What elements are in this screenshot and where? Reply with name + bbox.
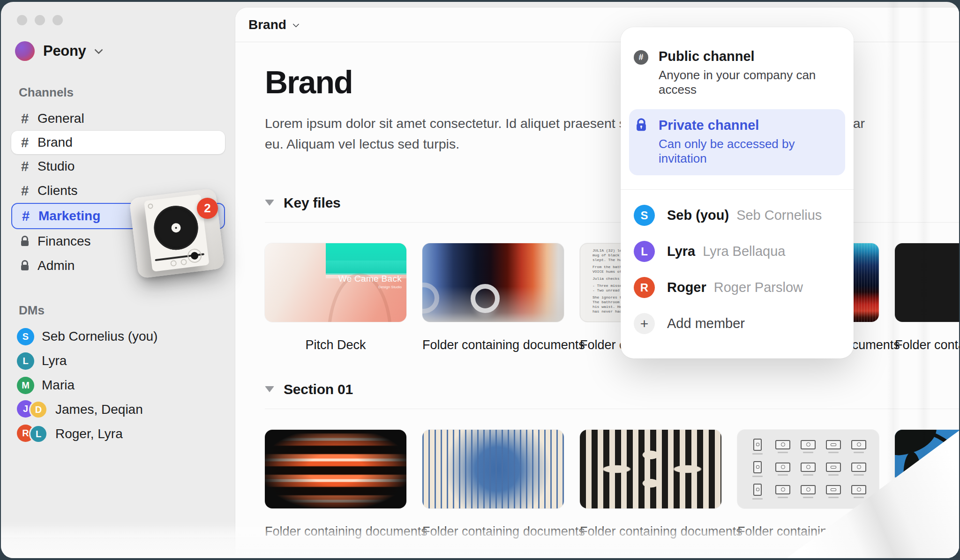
section-title: Key files — [284, 195, 341, 211]
option-subtitle: Can only be accessed by invitation — [659, 137, 840, 166]
window-controls — [17, 15, 225, 25]
workspace-switcher[interactable]: Peony — [15, 41, 225, 61]
dm-label: Seb Cornelius (you) — [42, 329, 158, 344]
minimize-window-icon[interactable] — [35, 15, 45, 25]
member-name: Lyra — [667, 244, 695, 259]
dm-label: Maria — [42, 378, 75, 393]
file-thumbnail — [422, 243, 564, 322]
app-window: Peony Channels # General # Brand # Studi… — [1, 2, 959, 558]
file-tile-folder[interactable]: Folder containing documents — [422, 243, 564, 352]
member-name: Seb (you) — [667, 208, 729, 223]
option-private-channel[interactable]: Private channel Can only be accessed by … — [629, 109, 845, 175]
file-label: Folder containing documents — [895, 338, 959, 352]
lock-icon — [19, 260, 31, 272]
thumb-decor — [326, 243, 406, 275]
sidebar-item-studio[interactable]: # Studio — [11, 154, 225, 179]
page-title: Brand — [265, 64, 959, 100]
file-label: Folder containing documents — [580, 524, 721, 539]
sidebar: Peony Channels # General # Brand # Studi… — [1, 2, 235, 558]
sidebar-item-general[interactable]: # General — [11, 106, 225, 131]
channel-label: Studio — [38, 159, 75, 174]
workspace-avatar — [15, 41, 35, 61]
dm-item-seb[interactable]: S Seb Cornelius (you) — [11, 324, 225, 349]
file-thumbnail — [422, 430, 564, 508]
section-header[interactable]: Key files — [265, 195, 959, 223]
dm-label: Lyra — [42, 353, 67, 368]
channel-label: Finances — [38, 234, 91, 249]
maximize-window-icon[interactable] — [52, 15, 63, 25]
member-full-name: Roger Parslow — [714, 280, 803, 295]
lock-icon — [19, 235, 31, 247]
channel-type-popup: # Public channel Anyone in your company … — [621, 27, 854, 358]
file-tile-pitch-deck[interactable]: We Came Back Design Studio Pitch Deck — [265, 243, 406, 352]
file-thumbnail: We Came Back Design Studio — [265, 243, 406, 322]
avatar: D — [29, 400, 48, 419]
section-header[interactable]: Section 01 — [265, 381, 959, 409]
file-tile-folder[interactable]: Folder containing documents — [422, 430, 564, 539]
plus-icon: + — [634, 313, 655, 334]
chevron-down-icon[interactable] — [292, 21, 299, 27]
option-subtitle: Anyone in your company can access — [659, 68, 840, 97]
hash-icon: # — [20, 209, 32, 224]
avatar: L — [29, 425, 48, 443]
file-label: Folder containing documents — [265, 524, 406, 539]
workspace-name: Peony — [43, 43, 86, 60]
channel-label: Brand — [38, 135, 73, 150]
avatar: M — [17, 377, 34, 394]
member-full-name: Lyra Bellaqua — [703, 244, 785, 259]
sidebar-item-brand[interactable]: # Brand — [11, 131, 225, 154]
dm-item-roger-lyra[interactable]: R L Roger, Lyra — [11, 422, 225, 446]
channel-label: Clients — [38, 183, 78, 198]
member-full-name: Seb Cornelius — [736, 208, 822, 223]
option-public-channel[interactable]: # Public channel Anyone in your company … — [621, 40, 854, 104]
avatar: L — [634, 241, 655, 262]
channel-label: General — [38, 111, 84, 126]
divider — [621, 189, 854, 190]
disclosure-triangle-icon — [265, 386, 274, 392]
file-thumbnail — [737, 430, 879, 508]
member-name: Roger — [667, 280, 706, 295]
dm-item-james-deqian[interactable]: J D James, Deqian — [11, 397, 225, 422]
dm-item-maria[interactable]: M Maria — [11, 373, 225, 397]
add-member-label: Add member — [667, 316, 745, 331]
tiles-row: We Came Back Design Studio Pitch Deck Fo… — [265, 243, 959, 352]
file-thumbnail — [265, 430, 406, 508]
dms-section-label: DMs — [19, 303, 225, 318]
hash-icon: # — [19, 135, 31, 150]
avatar: S — [634, 205, 655, 226]
thumb-text: Design Studio — [378, 285, 402, 289]
channel-label: Marketing — [38, 209, 100, 224]
option-title: Public channel — [659, 49, 840, 64]
chevron-down-icon — [94, 45, 103, 54]
close-window-icon[interactable] — [17, 15, 27, 25]
file-label: Folder containing documents — [422, 524, 564, 539]
member-row-seb[interactable]: S Seb (you)Seb Cornelius — [621, 205, 854, 226]
member-row-lyra[interactable]: L LyraLyra Bellaqua — [621, 241, 854, 262]
avatar: R — [634, 277, 655, 298]
hash-icon: # — [19, 159, 31, 174]
breadcrumb[interactable]: Brand — [248, 17, 286, 32]
dm-label: Roger, Lyra — [55, 426, 123, 441]
add-member-button[interactable]: + Add member — [621, 313, 854, 334]
thumb-text: We Came Back — [338, 274, 402, 284]
channel-label: Admin — [38, 258, 75, 273]
hash-icon: # — [19, 111, 31, 127]
hash-icon: # — [634, 50, 648, 65]
file-label: Folder containing documents — [422, 338, 564, 352]
file-tile-folder[interactable]: Folder containing documents — [580, 430, 721, 539]
file-tile-folder[interactable]: Uploaded Agre Folder containing document… — [895, 243, 959, 352]
dm-item-lyra[interactable]: L Lyra — [11, 349, 225, 373]
dm-label: James, Deqian — [55, 402, 143, 417]
file-tile-folder[interactable]: Folder containing documents — [265, 430, 406, 539]
section-title: Section 01 — [284, 381, 353, 397]
disclosure-triangle-icon — [265, 200, 274, 206]
avatar: L — [17, 352, 34, 370]
file-thumbnail: Uploaded Agre — [895, 243, 959, 322]
avatar: S — [17, 328, 34, 345]
member-row-roger[interactable]: R RogerRoger Parslow — [621, 277, 854, 298]
section-key-files: Key files We Came Back Design Studio Pit… — [265, 195, 959, 352]
option-title: Private channel — [659, 118, 840, 133]
file-thumbnail — [580, 430, 721, 508]
unread-badge: 2 — [197, 198, 218, 219]
thumb-decor — [422, 283, 439, 314]
